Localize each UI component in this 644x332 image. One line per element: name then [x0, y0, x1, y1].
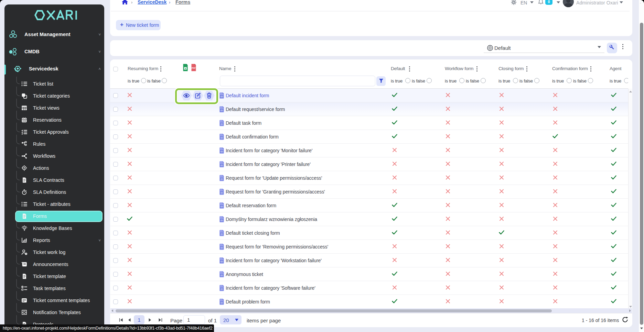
column-header-agent[interactable]: Agent — [610, 66, 621, 71]
sidebar-item-task-templates[interactable]: Task templates — [4, 283, 104, 294]
scroll-right-icon[interactable] — [629, 309, 631, 312]
form-name-link[interactable]: Incident form for category 'Printer fail… — [226, 162, 311, 167]
sidebar-item-actions[interactable]: Actions — [4, 162, 104, 174]
column-header-closing[interactable]: Closing form — [498, 66, 524, 71]
language-caret-icon[interactable] — [530, 1, 534, 3]
filter-is-true-radio[interactable] — [624, 78, 628, 83]
form-name-link[interactable]: Default request/service form — [226, 107, 285, 112]
edit-pencil-button[interactable] — [193, 90, 203, 100]
scrollbar-down-icon[interactable] — [640, 328, 643, 329]
filter-is-false-radio[interactable] — [481, 78, 486, 83]
form-name-link[interactable]: Anonymous ticket — [226, 272, 263, 277]
form-name-link[interactable]: Domyślny formularz wznowienia zgłoszenia — [226, 217, 317, 222]
sidebar-item-forms[interactable]: Forms — [4, 210, 104, 222]
notification-caret-icon[interactable] — [557, 1, 560, 3]
language-selector[interactable]: EN — [520, 0, 527, 5]
browser-vertical-scrollbar[interactable] — [639, 0, 644, 332]
sidebar-item-ticket-approvals[interactable]: Ticket Approvals — [4, 126, 104, 138]
filter-is-false-radio[interactable] — [534, 78, 539, 83]
view-selector-value[interactable]: Default — [494, 45, 511, 51]
row-checkbox[interactable] — [113, 189, 118, 194]
table-row[interactable]: Request form for 'Removing permissions/a… — [110, 240, 628, 254]
user-menu-caret-icon[interactable] — [620, 1, 623, 3]
form-name-link[interactable]: Request form for 'Granting permissions/a… — [226, 189, 325, 195]
table-row[interactable]: Incident form for category 'Software fai… — [110, 281, 628, 295]
toolbar-kebab-menu[interactable] — [622, 44, 624, 49]
sidebar-item-asset-management[interactable]: Asset Management˅ — [4, 28, 104, 41]
name-filter-button[interactable] — [376, 76, 386, 86]
filter-is-true-radio[interactable] — [567, 78, 572, 83]
delete-trash-button[interactable] — [204, 90, 215, 100]
table-row[interactable]: Incident form for category 'Workstation … — [110, 254, 628, 267]
sidebar-item-sla-contracts[interactable]: SLA Contracts — [4, 174, 104, 186]
column-header-workflow[interactable]: Workflow form — [445, 66, 473, 71]
sidebar-item-ticket-template[interactable]: Ticket template — [4, 270, 104, 282]
table-row[interactable]: Domyślny formularz wznowienia zgłoszenia — [110, 212, 628, 226]
form-name-link[interactable]: Default incident form — [226, 93, 269, 98]
grid-horizontal-scrollbar[interactable] — [110, 308, 632, 313]
sidebar-item-knowledge-bases[interactable]: Knowledge Bases — [4, 222, 104, 234]
filter-is-true-radio[interactable] — [459, 78, 464, 83]
table-row[interactable]: Default incident form — [110, 89, 628, 102]
pdf-export-icon[interactable]: PDF — [191, 64, 196, 73]
pager-first-icon[interactable] — [119, 317, 123, 323]
page-size-select[interactable]: 20 — [220, 315, 242, 324]
column-menu-icon[interactable] — [590, 66, 592, 71]
form-name-link[interactable]: Incident form for category 'Software fai… — [226, 285, 315, 291]
row-checkbox[interactable] — [113, 231, 118, 235]
row-checkbox[interactable] — [113, 258, 118, 263]
refresh-icon[interactable] — [622, 316, 629, 324]
filter-is-true-radio[interactable] — [513, 78, 518, 83]
row-checkbox[interactable] — [113, 176, 118, 180]
form-name-link[interactable]: Default reservation form — [226, 203, 276, 208]
column-header-confirmation[interactable]: Confirmation form — [552, 66, 588, 71]
row-checkbox[interactable] — [113, 272, 118, 277]
column-header-resuming-form[interactable]: Resuming form — [128, 66, 158, 71]
sidebar-item-ticket-list[interactable]: Ticket list — [4, 78, 104, 90]
grid-vertical-scrollbar[interactable] — [628, 89, 632, 309]
table-row[interactable]: Incident form for category 'Printer fail… — [110, 157, 628, 171]
table-row[interactable]: Request form for 'Update permissions/acc… — [110, 171, 628, 185]
notification-badge[interactable]: 0 — [545, 0, 552, 5]
name-filter-input[interactable] — [220, 76, 375, 86]
column-menu-icon[interactable] — [409, 66, 410, 71]
column-menu-icon[interactable] — [234, 66, 236, 71]
row-checkbox[interactable] — [113, 134, 118, 139]
filter-is-false-radio[interactable] — [588, 78, 593, 83]
filter-is-false-radio[interactable] — [427, 78, 432, 83]
column-menu-icon[interactable] — [160, 66, 162, 71]
column-header-name[interactable]: Name — [219, 66, 231, 71]
table-row[interactable]: Default reservation form — [110, 199, 628, 212]
sidebar-item-announcements[interactable]: Announcements — [4, 258, 104, 270]
bell-icon[interactable] — [538, 0, 544, 6]
row-checkbox[interactable] — [113, 244, 118, 249]
row-checkbox[interactable] — [113, 148, 118, 153]
scrollbar-up-icon[interactable] — [640, 2, 643, 3]
sidebar-item-workflows[interactable]: Workflows — [4, 150, 104, 162]
sidebar-item-ticket-views[interactable]: Ticket views — [4, 102, 104, 114]
sidebar-item-cmdb[interactable]: CMDB˅ — [4, 45, 104, 58]
form-name-link[interactable]: Request form for 'Removing permissions/a… — [226, 244, 328, 250]
row-checkbox[interactable] — [113, 203, 118, 208]
pager-last-icon[interactable] — [159, 317, 162, 323]
select-all-checkbox[interactable] — [113, 67, 118, 71]
pager-page-1[interactable]: 1 — [134, 315, 144, 324]
browser-scroll-thumb[interactable] — [640, 23, 643, 325]
column-menu-icon[interactable] — [526, 66, 528, 71]
scroll-left-icon[interactable] — [111, 309, 113, 312]
form-name-link[interactable]: Default task form — [226, 120, 261, 126]
pager-next-icon[interactable] — [149, 317, 151, 323]
user-name[interactable]: Administrator Oxari — [576, 0, 618, 5]
table-row[interactable]: Anonymous ticket — [110, 267, 628, 281]
table-row[interactable]: Default problem form — [110, 295, 628, 309]
row-checkbox[interactable] — [113, 107, 118, 112]
filter-is-true-radio[interactable] — [405, 78, 410, 83]
breadcrumb-forms-current[interactable]: Forms — [175, 0, 190, 5]
form-name-link[interactable]: Default problem form — [226, 299, 270, 305]
excel-export-icon[interactable]: X — [183, 64, 188, 73]
row-checkbox[interactable] — [113, 121, 118, 125]
column-menu-icon[interactable] — [476, 66, 478, 71]
view-selector-caret-icon[interactable] — [598, 46, 601, 48]
scroll-down-icon[interactable] — [629, 306, 632, 308]
row-checkbox[interactable] — [113, 162, 118, 167]
